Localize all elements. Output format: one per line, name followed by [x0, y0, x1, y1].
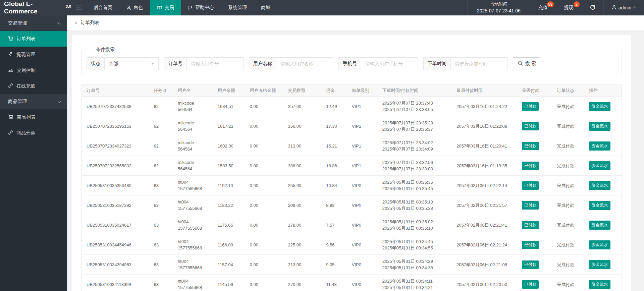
- cell-action: 资金流水: [586, 275, 622, 291]
- phone-input[interactable]: [361, 58, 418, 70]
- fund-flow-button[interactable]: 资金流水: [589, 161, 610, 170]
- user-name-filter-label: 用户名称: [249, 58, 276, 70]
- cell-order-pay-time: 2025年07月07日 23:32:562025年07月07日 23:33:03: [379, 156, 453, 176]
- cell-balance: 1192.10: [214, 176, 247, 195]
- cell-action: 资金流水: [586, 235, 622, 255]
- cell-paid: 已付款: [519, 275, 553, 291]
- column-header-last-pay-time: 最后付款时间: [453, 85, 519, 97]
- withdraw-button[interactable]: 提现 2: [556, 0, 582, 15]
- cell-last-pay-time: 2057年03月16日 01:24:22: [453, 97, 519, 116]
- cell-frozen: 0.00: [247, 176, 285, 195]
- nav-item-system[interactable]: 系统管理: [221, 0, 254, 15]
- paid-status-badge: 已付款: [522, 201, 539, 210]
- chevron-down-icon: [57, 20, 61, 24]
- order-time-filter-label: 下单时间: [424, 58, 451, 70]
- table-row: UB250531003518729263ht00415775556681183.…: [82, 195, 622, 215]
- cell-order-no: UB2507072335295163: [82, 116, 151, 136]
- cell-amount: 213.00: [284, 255, 323, 275]
- search-button[interactable]: 搜 索: [513, 57, 541, 70]
- nav-item-dashboard[interactable]: 后台首页: [87, 0, 119, 15]
- link-icon: [8, 130, 13, 136]
- cell-order-no: UB2505310035024617: [82, 215, 151, 235]
- cell-last-pay-time: 2057年03月16日 01:22:08: [453, 116, 519, 136]
- refresh-button[interactable]: [582, 0, 603, 15]
- cell-status: 完成付款: [553, 97, 586, 116]
- local-time-label: 当地时间: [490, 1, 507, 8]
- refresh-icon: [590, 5, 595, 11]
- phone-filter: 手机号: [338, 57, 418, 70]
- cell-task-id: 63: [150, 176, 174, 195]
- nav-item-mall[interactable]: 商城: [254, 0, 277, 15]
- cell-last-pay-time: 2057年02月06日 02:21:57: [453, 195, 519, 215]
- nav-label: 交易: [165, 5, 174, 11]
- cell-action: 资金流水: [586, 215, 622, 235]
- cell-order-no: UB2507072334027323: [82, 136, 151, 156]
- user-icon: [126, 5, 131, 10]
- cell-commission: 15.21: [323, 136, 348, 156]
- sidebar-item-order-list[interactable]: 订单列表: [0, 31, 67, 47]
- sidebar-item-label: 在线充值: [16, 83, 35, 89]
- cell-username: ht0041577555668: [174, 275, 214, 291]
- local-time: 当地时间 2025-07-07 23:41:06: [467, 0, 530, 15]
- column-header-frozen: 用户冻结金额: [247, 85, 285, 97]
- sidebar-collapse-button[interactable]: [71, 0, 87, 15]
- cell-task-id: 63: [150, 215, 174, 235]
- cell-commission: 11.48: [323, 275, 348, 291]
- fund-flow-button[interactable]: 资金流水: [589, 221, 610, 230]
- cell-order-pay-time: 2025年05月31日 00:34:452025年05月31日 00:34:55: [379, 235, 453, 255]
- column-header-order-pay-time: 下单时间/付款时间: [379, 85, 453, 97]
- cell-username: ht0041577555668: [174, 195, 214, 215]
- order-list-card: 条件搜索 状态 全部 订单号 用户名称: [72, 35, 631, 291]
- fund-flow-button[interactable]: 资金流水: [589, 122, 610, 131]
- sidebar-group-trade-management[interactable]: 交易管理: [0, 15, 67, 31]
- gavel-icon: [8, 52, 13, 58]
- cell-frozen: 0.00: [247, 215, 285, 235]
- cell-level: VIP1: [348, 136, 379, 156]
- order-time-input[interactable]: [451, 58, 507, 70]
- cell-username: ht0041577555668: [174, 215, 214, 235]
- column-header-amount: 交易数额: [284, 85, 323, 97]
- fund-flow-button[interactable]: 资金流水: [589, 201, 610, 210]
- cell-task-id: 63: [150, 235, 174, 255]
- fund-flow-button[interactable]: 资金流水: [589, 280, 610, 289]
- status-select[interactable]: 全部: [105, 58, 158, 70]
- cell-username: ht0041577555668: [174, 255, 214, 275]
- order-no-input[interactable]: [187, 58, 243, 70]
- fund-flow-button[interactable]: 资金流水: [589, 240, 610, 249]
- fund-flow-button[interactable]: 资金流水: [589, 260, 610, 269]
- sidebar-item-online-recharge[interactable]: 在线充值: [0, 78, 67, 94]
- cell-commission: 17.30: [323, 116, 348, 136]
- app-title: Global E-Commerce: [4, 0, 65, 15]
- sidebar-item-product-list[interactable]: 商品列表: [0, 109, 67, 125]
- fund-flow-button[interactable]: 资金流水: [589, 181, 610, 190]
- paid-status-badge: 已付款: [522, 162, 539, 170]
- nav-item-help-center[interactable]: 帮助中心: [181, 0, 221, 15]
- nav-label: 后台首页: [94, 5, 112, 11]
- sidebar-item-trade-control[interactable]: 交易控制: [0, 62, 67, 78]
- paid-status-badge: 已付款: [522, 280, 539, 289]
- cell-frozen: 0.00: [247, 195, 285, 215]
- admin-menu[interactable]: admin: [603, 0, 644, 15]
- recharge-button[interactable]: 充值 59: [530, 0, 556, 15]
- cell-commission: 10.84: [323, 176, 348, 195]
- cell-last-pay-time: 2057年02月06日 02:22:14: [453, 176, 519, 195]
- hamburger-icon: [76, 5, 82, 11]
- fund-flow-button[interactable]: 资金流水: [589, 141, 610, 151]
- withdraw-label: 提现: [564, 5, 574, 11]
- sidebar-item-product-category[interactable]: 商品分类: [0, 125, 67, 141]
- table-row: UB250531003445494663ht00415775556681166.…: [82, 235, 622, 255]
- cell-order-pay-time: 2025年05月31日 00:35:182025年05月31日 00:35:28: [379, 195, 453, 215]
- nav-item-roles[interactable]: 角色: [119, 0, 150, 15]
- search-panel: 条件搜索 状态 全部 订单号 用户名称: [82, 47, 622, 75]
- recharge-label: 充值: [538, 5, 548, 11]
- cell-paid: 已付款: [519, 195, 553, 215]
- nav-item-trade[interactable]: 交易: [150, 0, 181, 15]
- sidebar-item-withdraw-management[interactable]: 提现管理: [0, 47, 67, 62]
- sidebar-group-product-management[interactable]: 商品管理: [0, 94, 67, 109]
- cell-frozen: 0.00: [247, 116, 285, 136]
- fund-flow-button[interactable]: 资金流水: [589, 102, 610, 111]
- search-panel-legend: 条件搜索: [93, 47, 118, 53]
- cell-task-id: 62: [150, 136, 174, 156]
- cell-order-pay-time: 2025年05月31日 00:34:292025年05月31日 00:34:38: [379, 255, 453, 275]
- user-name-input[interactable]: [276, 58, 333, 70]
